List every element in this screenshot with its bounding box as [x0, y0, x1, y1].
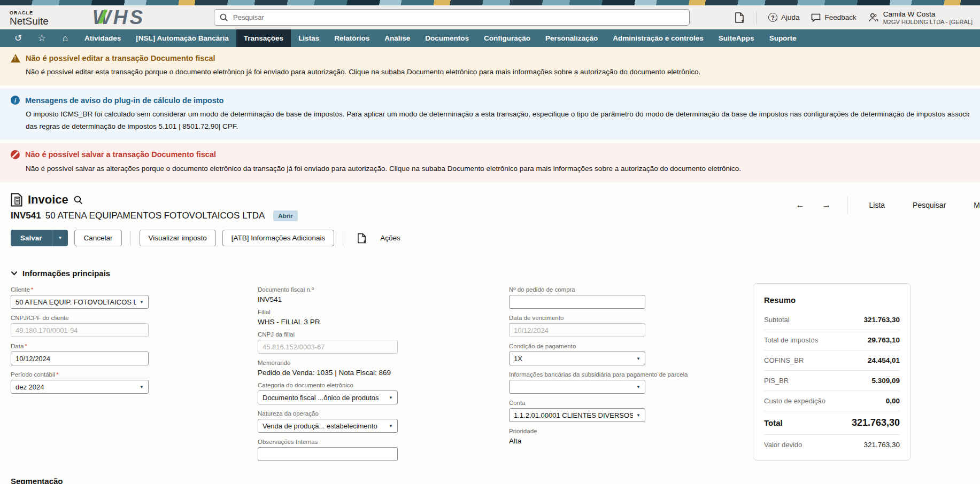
alert-info-title: Mensagens de aviso do plug-in de cálculo… — [25, 96, 223, 105]
more-link[interactable]: M — [962, 198, 980, 213]
atb-additional-info-button[interactable]: [ATB] Informações Adicionais — [222, 230, 334, 246]
record-toolbar: Salvar ▼ Cancelar Visualizar imposto [AT… — [11, 230, 980, 246]
field-label: Natureza da operação — [258, 410, 398, 417]
periodo-contabil-select[interactable]: dez 2024 ▼ — [11, 380, 149, 394]
required-asterisk: * — [25, 343, 27, 349]
doc-fiscal-n-value: INV541 — [258, 295, 398, 303]
alert-warning-body: Não é possível editar esta transação por… — [26, 67, 969, 77]
condicao-value: 1X — [514, 355, 633, 363]
global-search[interactable] — [214, 9, 690, 26]
record-entity-name: 50 ATENA EQUIPAMENTOS FOTOVOLTAICOS LTDA — [45, 210, 265, 221]
record-id: INV541 — [11, 210, 41, 221]
required-asterisk: * — [31, 286, 33, 293]
periodo-value: dez 2024 — [16, 383, 136, 391]
cnpj-filial-input — [258, 340, 398, 354]
history-icon[interactable]: ↺ — [6, 29, 30, 47]
search-link[interactable]: Pesquisar — [901, 198, 958, 213]
cancel-button[interactable]: Cancelar — [74, 230, 121, 246]
record-search-icon[interactable] — [74, 196, 83, 205]
summary-title: Resumo — [764, 295, 900, 305]
field-label: Filial — [258, 309, 398, 315]
nav-item-relatorios[interactable]: Relatórios — [327, 29, 377, 47]
field-cliente: Cliente* 50 ATENA EQUIP. FOTOVOLTAICOS L… — [11, 286, 149, 309]
alert-info-body-line1: O imposto ICMS_BR foi calculado sem cons… — [26, 109, 969, 120]
categoria-doc-select[interactable]: Documento fiscal ...ônico de produtos ▼ — [258, 391, 398, 404]
nav-item-documentos[interactable]: Documentos — [418, 29, 476, 47]
feedback-button[interactable]: Feedback — [811, 13, 856, 22]
nav-item-analise[interactable]: Análise — [377, 29, 418, 47]
open-status-badge[interactable]: Abrir — [273, 210, 297, 221]
help-label: Ajuda — [781, 13, 800, 21]
nav-item-personalizacao[interactable]: Personalização — [538, 29, 605, 47]
help-button[interactable]: ? Ajuda — [768, 13, 800, 22]
summary-row-total: Total 321.763,30 — [764, 411, 900, 435]
home-icon[interactable]: ⌂ — [53, 29, 77, 47]
summary-value: 321.763,30 — [863, 441, 900, 449]
user-company: M2GV HOLDING LTDA - [GERAL] — [883, 19, 973, 25]
summary-panel: Resumo Subtotal 321.763,30 Total de impo… — [753, 283, 911, 460]
section-title: Informações principais — [22, 269, 110, 278]
data-input[interactable] — [11, 352, 149, 365]
required-asterisk: * — [56, 371, 58, 378]
invoice-document-icon — [11, 193, 22, 207]
save-dropdown-caret[interactable]: ▼ — [52, 230, 68, 246]
nav-item-transacoes[interactable]: Transações — [236, 29, 291, 47]
info-bancarias-select[interactable]: ▼ — [509, 380, 645, 394]
prioridade-value: Alta — [509, 437, 645, 445]
nav-item-listas[interactable]: Listas — [291, 29, 327, 47]
netsuite-wordmark: NetSuite — [10, 16, 49, 26]
list-link[interactable]: Lista — [857, 198, 897, 213]
nav-item-atividades[interactable]: Atividades — [77, 29, 128, 47]
main-nav: ↺ ☆ ⌂ Atividades [NSL] Automação Bancári… — [0, 29, 980, 47]
field-doc-fiscal-n: Documento fiscal n.º INV541 — [258, 286, 398, 303]
field-label: Cliente* — [11, 286, 149, 293]
previous-record-arrow[interactable]: ← — [789, 198, 811, 213]
actions-menu[interactable]: Ações — [380, 234, 400, 242]
save-button[interactable]: Salvar — [11, 230, 52, 246]
record-navigation: ← → Lista Pesquisar M — [789, 196, 980, 214]
new-document-icon[interactable] — [735, 12, 744, 23]
alert-info-tax-plugin: i Mensagens de aviso do plug-in de cálcu… — [0, 89, 980, 140]
cliente-select[interactable]: 50 ATENA EQUIP. FOTOVOLTAICOS LT ▼ — [11, 295, 149, 309]
help-icon: ? — [768, 13, 777, 22]
summary-value: 321.763,30 — [863, 316, 900, 324]
next-record-arrow[interactable]: → — [815, 198, 837, 213]
segmentation-section: Segmentação Unidade de negócio — [11, 477, 980, 484]
natureza-operacao-select[interactable]: Venda de produçã... estabelecimento ▼ — [258, 419, 398, 433]
field-observacoes: Observações Internas — [258, 439, 398, 461]
nav-item-suporte[interactable]: Suporte — [762, 29, 804, 47]
nav-item-nsl-automacao[interactable]: [NSL] Automação Bancária — [128, 29, 236, 47]
brand-area: ORACLE NetSuite WHS — [10, 9, 145, 26]
shortcuts-star-icon[interactable]: ☆ — [30, 29, 53, 47]
condicao-pagamento-select[interactable]: 1X ▼ — [509, 352, 645, 365]
summary-row-cofins: COFINS_BR 24.454,01 — [764, 350, 900, 371]
conta-select[interactable]: 1.1.2.01.00001 CLIENTES DIVERSOS ▼ — [509, 408, 645, 422]
nav-item-configuracao[interactable]: Configuração — [476, 29, 538, 47]
nav-item-administracao[interactable]: Administração e controles — [605, 29, 711, 47]
field-label: Condição de pagamento — [509, 343, 645, 349]
pedido-compra-input[interactable] — [509, 295, 645, 309]
main-info-section-toggle[interactable]: Informações principais — [11, 269, 980, 278]
alert-info-body-line2: das regras de determinação de impostos 5… — [26, 121, 969, 132]
cnpj-cliente-input — [11, 323, 149, 337]
warning-icon — [11, 54, 20, 63]
field-label: Período contábil* — [11, 371, 149, 378]
field-label: CNPJ/CPF do cliente — [11, 315, 149, 321]
field-filial: Filial WHS - FILIAL 3 PR — [258, 309, 398, 326]
memorando-value: Pedido de Venda: 1035 | Nota Fiscal: 869 — [258, 369, 398, 377]
user-menu[interactable]: Camila W Costa M2GV HOLDING LTDA - [GERA… — [868, 10, 973, 25]
nav-item-suiteapps[interactable]: SuiteApps — [711, 29, 762, 47]
field-cnpj-cliente: CNPJ/CPF do cliente — [11, 315, 149, 337]
oracle-netsuite-logo[interactable]: ORACLE NetSuite — [10, 11, 49, 26]
company-logo[interactable]: WHS — [92, 9, 145, 26]
observacoes-input[interactable] — [258, 447, 398, 461]
new-record-icon[interactable] — [357, 233, 366, 244]
dropdown-caret-icon: ▼ — [389, 395, 393, 400]
alert-warning-title: Não é possível editar a transação Docume… — [26, 54, 215, 63]
save-split-button: Salvar ▼ — [11, 230, 68, 246]
view-tax-button[interactable]: Visualizar imposto — [140, 230, 216, 246]
summary-row-expedicao: Custo de expedição 0,00 — [764, 391, 900, 411]
feedback-icon — [811, 13, 821, 22]
dropdown-caret-icon: ▼ — [389, 424, 393, 428]
search-input[interactable] — [233, 13, 684, 21]
